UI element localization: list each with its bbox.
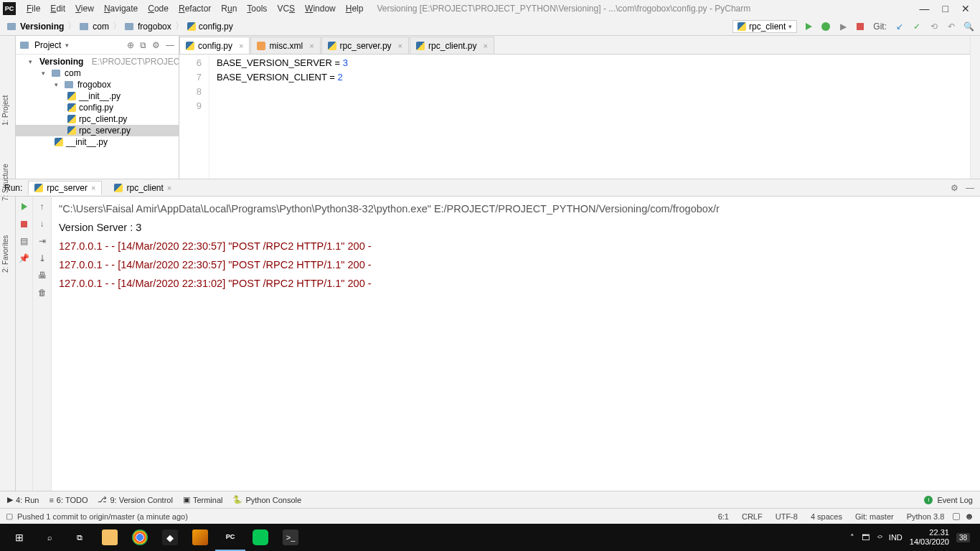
editor-tab-config[interactable]: config.py× — [179, 37, 250, 54]
menu-tools[interactable]: Tools — [242, 2, 272, 15]
status-interpreter[interactable]: Python 3.8 — [903, 512, 949, 521]
taskbar-terminal[interactable]: >_ — [275, 524, 306, 551]
clear-button[interactable]: 🗑 — [37, 287, 48, 298]
gear-icon[interactable]: ⚙ — [951, 183, 958, 193]
menu-help[interactable]: Help — [341, 2, 369, 15]
run-config-selector[interactable]: rpc_client ▾ — [732, 20, 797, 33]
task-view-button[interactable]: ⧉ — [65, 524, 95, 551]
git-commit-button[interactable]: ✓ — [911, 21, 923, 32]
breadcrumb-root[interactable]: Versioning — [6, 22, 65, 32]
run-tab-rpc-server[interactable]: rpc_server× — [28, 181, 102, 195]
run-tab-rpc-client[interactable]: rpc_client× — [108, 181, 178, 195]
menu-edit[interactable]: Edit — [45, 2, 70, 15]
git-update-button[interactable]: ↙ — [894, 21, 905, 32]
bottom-tab-python-console[interactable]: 🐍 Python Console — [232, 495, 301, 504]
tree-file-rpc-server[interactable]: rpc_server.py — [16, 125, 179, 136]
tray-notifications[interactable]: 38 — [956, 533, 970, 542]
run-coverage-button[interactable]: ▶ — [837, 21, 849, 32]
bottom-tab-terminal[interactable]: ▣ Terminal — [183, 495, 223, 504]
run-button[interactable] — [803, 21, 814, 32]
rail-tab-project[interactable]: 1: Project — [1, 95, 9, 126]
git-history-button[interactable]: ⟲ — [928, 21, 940, 32]
bottom-tab-version-control[interactable]: ⎇ 9: Version Control — [98, 495, 172, 504]
lock-icon[interactable] — [953, 513, 960, 520]
console-output[interactable]: "C:\Users\Faisal Amir\AppData\Local\Prog… — [52, 197, 980, 491]
close-tab-icon[interactable]: × — [167, 184, 171, 192]
taskbar-chrome[interactable] — [125, 524, 155, 551]
locate-icon[interactable]: ⊕ — [127, 40, 134, 50]
menu-navigate[interactable]: Navigate — [99, 2, 143, 15]
tree-file-rpc-client[interactable]: rpc_client.py — [16, 113, 179, 125]
breadcrumb-com[interactable]: com — [78, 22, 110, 32]
status-line-separator[interactable]: CRLF — [738, 512, 767, 521]
bottom-tab-event-log[interactable]: Event Log — [937, 496, 973, 504]
close-button[interactable]: ✕ — [961, 3, 970, 14]
git-revert-button[interactable]: ↶ — [946, 21, 957, 32]
menu-window[interactable]: Window — [300, 2, 341, 15]
status-encoding[interactable]: UTF-8 — [771, 512, 802, 521]
hide-icon[interactable]: — — [966, 183, 974, 193]
taskbar-app1[interactable] — [185, 524, 215, 551]
chevron-down-icon[interactable]: ▾ — [65, 42, 69, 49]
menu-run[interactable]: Run — [216, 2, 242, 15]
taskbar-pycharm[interactable]: PC — [215, 524, 245, 551]
maximize-button[interactable]: □ — [943, 3, 948, 14]
start-button[interactable]: ⊞ — [4, 524, 34, 551]
close-tab-icon[interactable]: × — [309, 42, 314, 50]
tree-node-com[interactable]: ▾com — [16, 67, 179, 79]
tree-node-frogobox[interactable]: ▾frogobox — [16, 79, 179, 90]
layout-button[interactable]: ▤ — [19, 235, 30, 247]
menu-vcs[interactable]: VCS — [272, 2, 300, 15]
taskbar-explorer[interactable] — [95, 524, 125, 551]
search-button[interactable]: ⌕ — [34, 524, 65, 551]
tray-clock[interactable]: 22.31 14/03/2020 — [910, 528, 949, 547]
bottom-tab-run[interactable]: ▶ 4: Run — [7, 495, 39, 504]
gear-icon[interactable]: ⚙ — [152, 40, 160, 50]
menu-refactor[interactable]: Refactor — [174, 2, 216, 15]
rail-tab-favorites[interactable]: 2: Favorites — [1, 235, 9, 273]
status-hide-icon[interactable]: ▢ — [6, 512, 13, 521]
inspector-icon[interactable]: ☻ — [964, 511, 974, 522]
down-button[interactable]: ↓ — [37, 218, 48, 230]
pin-button[interactable]: 📌 — [19, 253, 30, 264]
taskbar-unity[interactable]: ◆ — [155, 524, 185, 551]
menu-code[interactable]: Code — [143, 2, 174, 15]
scroll-to-end-button[interactable]: ⤓ — [37, 253, 48, 264]
rerun-button[interactable] — [19, 201, 30, 212]
menu-file[interactable]: File — [22, 2, 45, 15]
bottom-tab-todo[interactable]: ≡ 6: TODO — [49, 496, 88, 504]
editor-tab-rpc-server[interactable]: rpc_server.py× — [321, 37, 409, 54]
status-caret-position[interactable]: 6:1 — [714, 512, 733, 521]
hide-icon[interactable]: — — [166, 40, 174, 50]
tray-wifi-icon[interactable]: ⌔ — [877, 533, 882, 542]
tray-chevron-up-icon[interactable]: ˄ — [850, 533, 854, 542]
status-indent[interactable]: 4 spaces — [806, 512, 847, 521]
breadcrumb-frogobox[interactable]: frogobox — [123, 22, 173, 32]
minimize-button[interactable]: — — [920, 3, 930, 14]
expand-all-icon[interactable]: ⧉ — [140, 40, 146, 50]
print-button[interactable]: 🖶 — [37, 270, 48, 281]
rail-tab-structure[interactable]: 7: Structure — [1, 164, 9, 201]
editor-tab-misc[interactable]: misc.xml× — [250, 37, 320, 54]
search-everywhere-button[interactable]: 🔍 — [963, 21, 974, 32]
close-tab-icon[interactable]: × — [91, 184, 95, 192]
tray-language[interactable]: IND — [889, 533, 903, 542]
breadcrumb-file[interactable]: config.py — [186, 22, 235, 32]
tray-battery-icon[interactable]: 🗔 — [862, 533, 870, 542]
tree-file-outer-init[interactable]: __init__.py — [16, 136, 179, 148]
tree-file-init[interactable]: __init__.py — [16, 90, 179, 102]
stop-button[interactable] — [854, 21, 866, 32]
stop-button[interactable] — [19, 218, 30, 230]
debug-button[interactable] — [820, 21, 831, 32]
close-tab-icon[interactable]: × — [483, 42, 487, 50]
menu-view[interactable]: View — [70, 2, 99, 15]
editor-tab-rpc-client[interactable]: rpc_client.py× — [410, 37, 494, 54]
tree-node-versioning[interactable]: ▾Versioning E:\PROJECT\PROJECT_P — [16, 56, 179, 67]
soft-wrap-button[interactable]: ⇥ — [37, 235, 48, 247]
close-tab-icon[interactable]: × — [239, 42, 243, 50]
taskbar-line[interactable] — [245, 524, 275, 551]
status-git-branch[interactable]: Git: master — [851, 512, 898, 521]
close-tab-icon[interactable]: × — [398, 42, 402, 50]
tree-file-config[interactable]: config.py — [16, 102, 179, 113]
code-editor[interactable]: 6 7 8 9 BASE_VERSION_SERVER = 3 BASE_VER… — [179, 55, 970, 179]
